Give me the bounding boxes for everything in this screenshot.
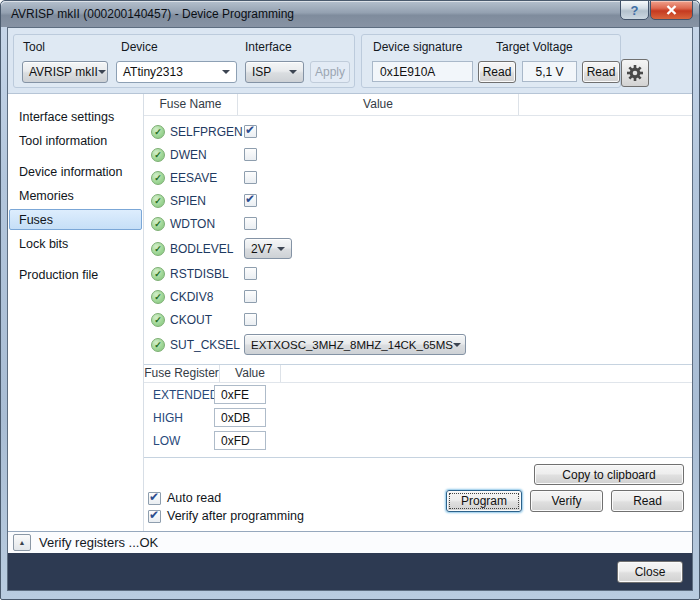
ckdiv8-checkbox[interactable] [244, 290, 257, 303]
device-signature-label: Device signature [373, 40, 462, 54]
register-value-column-header: Value [220, 365, 281, 382]
copy-to-clipboard-label: Copy to clipboard [562, 468, 655, 482]
fuse-ok-icon: ✓ [151, 242, 165, 256]
sut-cksel-select[interactable]: EXTXOSC_3MHZ_8MHZ_14CK_65MS [244, 334, 466, 355]
copy-to-clipboard-button[interactable]: Copy to clipboard [534, 464, 684, 485]
fuse-name-label: SPIEN [170, 194, 206, 208]
fuse-ok-icon: ✓ [151, 148, 165, 162]
register-row-low: LOW 0xFD [144, 429, 692, 452]
sidebar: Interface settings Tool information Devi… [8, 94, 144, 531]
sidebar-item-interface-settings[interactable]: Interface settings [9, 106, 142, 127]
fuse-row-ckout: ✓CKOUT [144, 308, 692, 331]
target-voltage-field[interactable]: 5,1 V [522, 61, 577, 82]
fuse-row-rstdisbl: ✓RSTDISBL [144, 262, 692, 285]
sidebar-item-lock-bits[interactable]: Lock bits [9, 233, 142, 254]
eesave-checkbox[interactable] [244, 171, 257, 184]
collapse-status-button[interactable]: ▲ [13, 534, 31, 551]
fuse-value-column-header: Value [238, 94, 519, 115]
read-button-label: Read [633, 494, 662, 508]
fuse-name-label: SUT_CKSEL [170, 338, 240, 352]
sidebar-item-device-information[interactable]: Device information [9, 161, 142, 182]
register-name-label: HIGH [144, 411, 214, 425]
sidebar-item-production-file[interactable]: Production file [9, 264, 142, 285]
dialog-content: Tool Device Interface AVRISP mkII ATtiny… [7, 27, 693, 591]
tool-select[interactable]: AVRISP mkII [22, 61, 108, 83]
fuse-row-wdton: ✓WDTON [144, 212, 692, 235]
register-table-rows: EXTENDED 0xFE HIGH 0xDB LOW 0xFD [144, 383, 692, 452]
read-voltage-button[interactable]: Read [582, 61, 620, 83]
sidebar-item-memories[interactable]: Memories [9, 185, 142, 206]
apply-button[interactable]: Apply [310, 61, 350, 83]
tool-label: Tool [23, 40, 45, 54]
verify-button-label: Verify [551, 494, 581, 508]
device-combobox[interactable]: ATtiny2313 [116, 61, 237, 83]
title-bar[interactable]: AVRISP mkII (000200140457) - Device Prog… [1, 1, 699, 27]
fuse-ok-icon: ✓ [151, 290, 165, 304]
fuse-row-bodlevel: ✓BODLEVEL 2V7 [144, 235, 692, 262]
verify-after-programming-checkbox[interactable] [148, 510, 161, 523]
target-voltage-value: 5,1 V [535, 65, 563, 79]
close-icon [666, 5, 677, 15]
wdton-checkbox[interactable] [244, 217, 257, 230]
fuse-row-selfprgen: ✓SELFPRGEN [144, 120, 692, 143]
gear-icon [626, 64, 644, 82]
signature-voltage-group: Device signature Target Voltage 0x1E910A… [361, 34, 621, 88]
register-name-label: EXTENDED [144, 388, 214, 402]
device-label: Device [121, 40, 158, 54]
fuse-name-label: EESAVE [170, 171, 217, 185]
fuse-ok-icon: ✓ [151, 313, 165, 327]
high-register-input[interactable]: 0xDB [214, 408, 266, 427]
spien-checkbox[interactable] [244, 194, 257, 207]
low-register-input[interactable]: 0xFD [214, 431, 266, 450]
register-row-high: HIGH 0xDB [144, 406, 692, 429]
auto-read-label: Auto read [167, 491, 221, 505]
read-button[interactable]: Read [611, 490, 684, 512]
read-signature-button[interactable]: Read [478, 61, 516, 83]
fuse-ok-icon: ✓ [151, 171, 165, 185]
device-signature-value: 0x1E910A [380, 65, 435, 79]
selfprgen-checkbox[interactable] [244, 125, 257, 138]
auto-read-option: Auto read [146, 491, 304, 505]
program-button[interactable]: Program [446, 490, 522, 512]
register-row-extended: EXTENDED 0xFE [144, 383, 692, 406]
fuse-table-rows: ✓SELFPRGEN ✓DWEN ✓EESAVE ✓SPIEN [144, 116, 692, 358]
chevron-up-icon: ▲ [19, 539, 26, 546]
help-button[interactable]: ? [620, 0, 649, 20]
fuse-row-eesave: ✓EESAVE [144, 166, 692, 189]
program-button-label: Program [461, 494, 507, 508]
fuse-ok-icon: ✓ [151, 267, 165, 281]
window-close-button[interactable] [650, 0, 693, 20]
help-icon: ? [631, 3, 639, 18]
verify-button[interactable]: Verify [530, 490, 603, 512]
sidebar-item-tool-information[interactable]: Tool information [9, 130, 142, 151]
fuse-name-label: RSTDISBL [170, 267, 229, 281]
auto-read-checkbox[interactable] [148, 492, 161, 505]
fuse-name-label: CKOUT [170, 313, 212, 327]
read-signature-label: Read [483, 65, 512, 79]
action-area: Auto read Verify after programming Copy … [144, 457, 692, 531]
fuses-panel: Fuse Name Value ✓SELFPRGEN ✓DWEN ✓EESAVE [144, 94, 692, 531]
register-name-column-header: Fuse Register [144, 365, 220, 382]
extended-register-input[interactable]: 0xFE [214, 385, 266, 404]
close-button[interactable]: Close [617, 561, 683, 583]
settings-button[interactable] [621, 59, 649, 87]
dwen-checkbox[interactable] [244, 148, 257, 161]
chevron-down-icon [222, 70, 230, 74]
fuse-ok-icon: ✓ [151, 125, 165, 139]
interface-select[interactable]: ISP [245, 61, 304, 83]
status-bar: ▲ Verify registers ...OK [8, 531, 692, 553]
toolbar: Tool Device Interface AVRISP mkII ATtiny… [8, 28, 692, 94]
fuse-name-label: BODLEVEL [170, 242, 233, 256]
device-programming-dialog: AVRISP mkII (000200140457) - Device Prog… [0, 0, 700, 600]
ckout-checkbox[interactable] [244, 313, 257, 326]
read-voltage-label: Read [587, 65, 616, 79]
fuse-row-dwen: ✓DWEN [144, 143, 692, 166]
status-message: Verify registers ...OK [39, 535, 158, 550]
device-signature-field[interactable]: 0x1E910A [372, 61, 473, 82]
rstdisbl-checkbox[interactable] [244, 267, 257, 280]
sidebar-item-fuses[interactable]: Fuses [9, 209, 142, 230]
bodlevel-select[interactable]: 2V7 [244, 238, 292, 259]
sut-cksel-select-value: EXTXOSC_3MHZ_8MHZ_14CK_65MS [251, 339, 453, 351]
register-table-header: Fuse Register Value [144, 365, 692, 383]
verify-after-option: Verify after programming [146, 509, 304, 523]
